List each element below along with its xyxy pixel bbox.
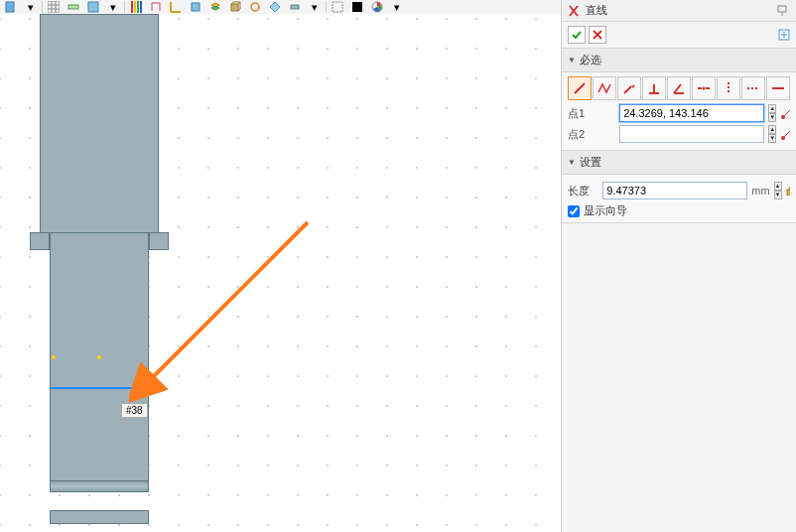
box-icon[interactable] bbox=[187, 0, 204, 14]
point1-label: 点1 bbox=[568, 106, 615, 121]
panel-actions bbox=[562, 22, 796, 49]
status-icon bbox=[778, 29, 790, 41]
ok-button[interactable] bbox=[568, 26, 586, 44]
line-mode-row bbox=[568, 76, 790, 100]
svg-rect-17 bbox=[192, 3, 199, 11]
toolbar-dropdown-icon[interactable]: ▾ bbox=[104, 0, 122, 14]
toolbar-dropdown-icon[interactable]: ▾ bbox=[306, 0, 324, 14]
section-label: 必选 bbox=[580, 53, 601, 67]
properties-panel: 直线 必选 点1 ▲▼ 点2 ▲▼ bbox=[561, 0, 796, 532]
section-label: 设置 bbox=[580, 155, 601, 170]
stack-icon[interactable] bbox=[206, 0, 224, 14]
length-unit: mm bbox=[751, 185, 769, 197]
mode-dash-v-icon[interactable] bbox=[717, 76, 740, 100]
point1-input[interactable] bbox=[619, 104, 764, 122]
svg-line-44 bbox=[624, 86, 631, 93]
marquee-icon[interactable] bbox=[329, 0, 346, 14]
svg-line-57 bbox=[783, 109, 790, 117]
length-row: 长度 mm ▲▼ bbox=[568, 182, 790, 200]
drawing-canvas[interactable]: #38 bbox=[0, 14, 561, 532]
snap-point bbox=[97, 355, 101, 359]
mode-toline-icon[interactable] bbox=[617, 76, 641, 100]
svg-rect-7 bbox=[88, 2, 98, 12]
svg-point-52 bbox=[703, 87, 706, 90]
lock-icon[interactable] bbox=[786, 186, 790, 196]
mode-horiz-icon[interactable] bbox=[766, 76, 790, 100]
cancel-button[interactable] bbox=[589, 26, 606, 44]
svg-point-26 bbox=[251, 3, 259, 11]
show-guide-label: 显示向导 bbox=[584, 203, 627, 218]
svg-line-60 bbox=[783, 130, 790, 138]
part-geometry bbox=[50, 510, 149, 524]
svg-rect-11 bbox=[140, 1, 142, 13]
mode-polyline-icon[interactable] bbox=[593, 76, 616, 100]
toolbar-icon[interactable] bbox=[2, 0, 20, 14]
layer-icon[interactable] bbox=[84, 0, 102, 14]
mode-perp-icon[interactable] bbox=[642, 76, 666, 100]
mode-angle-icon[interactable] bbox=[667, 76, 691, 100]
svg-marker-27 bbox=[270, 2, 280, 12]
dimension-icon[interactable] bbox=[147, 0, 165, 14]
part-geometry bbox=[50, 232, 149, 490]
active-line[interactable] bbox=[50, 387, 149, 389]
panel-title-text: 直线 bbox=[586, 3, 607, 18]
toolbar-separator bbox=[124, 1, 125, 13]
section-required[interactable]: 必选 bbox=[562, 49, 796, 72]
svg-rect-8 bbox=[131, 1, 133, 13]
length-input[interactable] bbox=[602, 182, 747, 200]
part-geometry bbox=[30, 232, 50, 250]
section-required-body: 点1 ▲▼ 点2 ▲▼ bbox=[562, 72, 796, 151]
ruler-icon[interactable] bbox=[65, 0, 82, 14]
svg-rect-6 bbox=[68, 5, 78, 9]
svg-line-49 bbox=[674, 84, 681, 93]
color-wheel-icon[interactable] bbox=[368, 0, 386, 14]
toolbar-dropdown-icon[interactable]: ▾ bbox=[22, 0, 40, 14]
length-stepper[interactable]: ▲▼ bbox=[774, 182, 782, 200]
svg-rect-30 bbox=[352, 2, 362, 12]
mode-bisect-icon[interactable] bbox=[692, 76, 716, 100]
show-guide-input[interactable] bbox=[568, 205, 580, 217]
svg-rect-29 bbox=[332, 2, 342, 12]
length-label: 长度 bbox=[568, 184, 598, 199]
panel-titlebar: 直线 bbox=[562, 0, 796, 22]
toolbar-dropdown-icon[interactable]: ▾ bbox=[388, 0, 406, 14]
svg-marker-45 bbox=[631, 84, 635, 88]
point1-row: 点1 ▲▼ bbox=[568, 104, 790, 122]
svg-rect-62 bbox=[787, 190, 790, 196]
snap-point bbox=[52, 355, 56, 359]
cube-icon[interactable] bbox=[226, 0, 244, 14]
svg-rect-9 bbox=[134, 1, 136, 13]
mode-line-icon[interactable] bbox=[568, 76, 592, 100]
fill-black-icon[interactable] bbox=[348, 0, 366, 14]
point2-label: 点2 bbox=[568, 127, 615, 142]
svg-rect-1 bbox=[48, 1, 60, 13]
element-tag[interactable]: #38 bbox=[121, 403, 148, 418]
diamond-icon[interactable] bbox=[266, 0, 284, 14]
grid-icon[interactable] bbox=[45, 0, 63, 14]
pick-point-icon[interactable] bbox=[780, 106, 790, 120]
svg-line-43 bbox=[575, 83, 585, 93]
mode-dash-h-icon[interactable] bbox=[741, 76, 765, 100]
pick-point-icon[interactable] bbox=[780, 127, 790, 141]
bars-icon[interactable] bbox=[127, 0, 145, 14]
show-guide-checkbox[interactable]: 显示向导 bbox=[568, 203, 790, 218]
section-settings-body: 长度 mm ▲▼ 显示向导 bbox=[562, 175, 796, 223]
pin-icon[interactable] bbox=[776, 5, 790, 17]
point2-row: 点2 ▲▼ bbox=[568, 125, 790, 143]
svg-rect-20 bbox=[231, 4, 238, 11]
slab-icon[interactable] bbox=[286, 0, 304, 14]
point1-stepper[interactable]: ▲▼ bbox=[768, 104, 776, 122]
toolbar-separator bbox=[326, 1, 327, 13]
part-geometry bbox=[40, 14, 159, 246]
point2-input[interactable] bbox=[619, 125, 764, 143]
part-geometry bbox=[149, 232, 169, 250]
circle-icon[interactable] bbox=[246, 0, 264, 14]
line-tool-icon bbox=[568, 4, 582, 18]
section-settings[interactable]: 设置 bbox=[562, 151, 796, 175]
origin-icon[interactable] bbox=[167, 0, 185, 14]
svg-rect-28 bbox=[291, 5, 299, 9]
svg-rect-0 bbox=[6, 2, 14, 12]
point2-stepper[interactable]: ▲▼ bbox=[768, 125, 776, 143]
toolbar-separator bbox=[42, 1, 43, 13]
svg-marker-19 bbox=[211, 6, 219, 10]
